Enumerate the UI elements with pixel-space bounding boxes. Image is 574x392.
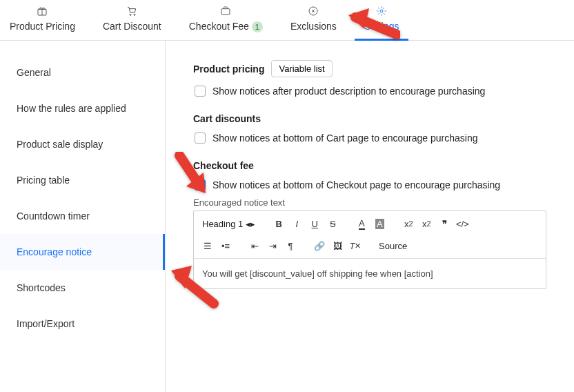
strikethrough-button[interactable]: S (324, 215, 341, 232)
checkbox-label: Show notices at bottom of Checkout page … (212, 179, 500, 190)
tab-label: Exclusions (290, 21, 337, 32)
tab-label: Product Pricing (10, 21, 75, 32)
editor-label: Encouraged notice text (193, 197, 546, 208)
section-checkout-fee: Checkout fee Show notices at bottom of C… (193, 160, 546, 289)
link-button[interactable]: 🔗 (311, 237, 328, 254)
sidebar-item-shortcodes[interactable]: Shortcodes (0, 270, 165, 306)
checkbox-product-pricing-notice[interactable] (195, 86, 206, 97)
checkbox-label: Show notices at bottom of Cart page to e… (212, 133, 477, 144)
blockquote-button[interactable]: ❞ (436, 215, 453, 232)
bullet-list-button[interactable]: •≡ (217, 237, 234, 254)
count-badge: 1 (252, 21, 263, 32)
checkbox-checkout-fee-notice[interactable] (195, 179, 206, 190)
sidebar-item-general[interactable]: General (0, 55, 165, 90)
section-title: Product pricing (193, 63, 264, 75)
rich-text-editor: Heading 1 ◂▸ B I U S A A x2 x2 ❞ </> (193, 210, 546, 289)
gear-icon (364, 6, 399, 18)
outdent-button[interactable]: ⇤ (246, 237, 263, 254)
source-button[interactable]: Source (376, 239, 410, 253)
tab-label: Cart Discount (103, 21, 161, 32)
section-product-pricing: Product pricing Variable list Show notic… (193, 60, 546, 97)
sidebar-item-pricing-table[interactable]: Pricing table (0, 162, 165, 198)
numbered-list-button[interactable]: ☰ (199, 237, 216, 254)
cart-icon (103, 6, 161, 18)
highlight-button[interactable]: A (371, 215, 388, 232)
tab-settings[interactable]: Settings (355, 6, 409, 41)
indent-button[interactable]: ⇥ (264, 237, 281, 254)
tab-cart-discount[interactable]: Cart Discount (93, 6, 171, 40)
sidebar-item-sale-display[interactable]: Product sale display (0, 126, 165, 162)
tab-product-pricing[interactable]: Product Pricing (0, 6, 85, 40)
superscript-button[interactable]: x2 (418, 215, 435, 232)
settings-sidebar: General How the rules are applied Produc… (0, 41, 166, 392)
section-title: Cart discounts (193, 113, 261, 124)
tab-label: Checkout Fee1 (189, 21, 263, 32)
sidebar-item-countdown[interactable]: Countdown timer (0, 198, 165, 234)
checkbox-label: Show notices after product description t… (212, 86, 485, 97)
gift-icon (10, 6, 75, 18)
tab-label: Settings (364, 21, 399, 32)
bold-button[interactable]: B (270, 215, 287, 232)
settings-main-panel: Product pricing Variable list Show notic… (166, 41, 574, 392)
tab-checkout-fee[interactable]: Checkout Fee1 (179, 6, 273, 40)
section-title: Checkout fee (193, 160, 254, 171)
top-navigation: Product Pricing Cart Discount Checkout F… (0, 0, 574, 41)
chevron-icon: ◂▸ (246, 219, 255, 229)
paragraph-button[interactable]: ¶ (282, 237, 299, 254)
italic-button[interactable]: I (288, 215, 305, 232)
sidebar-item-encourage-notice[interactable]: Encourage notice (0, 234, 165, 270)
variable-list-button[interactable]: Variable list (271, 60, 332, 77)
subscript-button[interactable]: x2 (400, 215, 417, 232)
clear-format-button[interactable]: T✕ (347, 237, 364, 254)
editor-textarea[interactable]: You will get [discount_value] off shippi… (194, 259, 546, 288)
sidebar-item-rules[interactable]: How the rules are applied (0, 90, 165, 126)
sidebar-item-import-export[interactable]: Import/Export (0, 306, 165, 342)
font-color-button[interactable]: A (353, 215, 370, 232)
image-button[interactable]: 🖼 (329, 237, 346, 254)
briefcase-icon (189, 6, 263, 18)
underline-button[interactable]: U (306, 215, 323, 232)
section-cart-discounts: Cart discounts Show notices at bottom of… (193, 113, 546, 144)
tab-exclusions[interactable]: Exclusions (281, 6, 346, 40)
checkbox-cart-discount-notice[interactable] (195, 133, 206, 144)
close-circle-icon (290, 6, 337, 18)
code-button[interactable]: </> (454, 215, 471, 232)
editor-toolbar: Heading 1 ◂▸ B I U S A A x2 x2 ❞ </> (194, 211, 546, 259)
heading-select[interactable]: Heading 1 ◂▸ (199, 217, 258, 231)
